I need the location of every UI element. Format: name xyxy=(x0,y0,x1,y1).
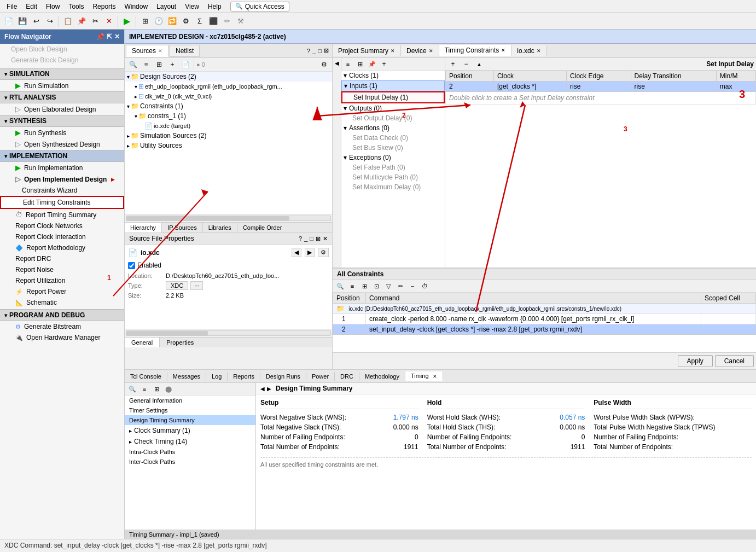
tc-clocks-node[interactable]: ▾Clocks (1) xyxy=(341,71,445,80)
cancel-btn[interactable]: Cancel xyxy=(715,355,754,367)
nav-item-report-timing-summary[interactable]: ⏱Report Timing Summary xyxy=(0,209,124,220)
menu-layout[interactable]: Layout xyxy=(152,2,181,11)
tc-set-multicycle-path-node[interactable]: Set Multicycle Path (0) xyxy=(341,172,445,182)
nav-item-report-utilization[interactable]: Report Utilization xyxy=(0,275,124,286)
nav-item-report-drc[interactable]: Report DRC xyxy=(0,253,124,264)
timing-tab-close[interactable]: ✕ xyxy=(433,374,437,379)
tc-close-icon[interactable]: ✕ xyxy=(501,48,505,53)
ac-search-btn[interactable]: 🔍 xyxy=(335,281,346,291)
ac-edit-btn[interactable]: ✏ xyxy=(395,281,406,291)
sources-max-icon[interactable]: □ xyxy=(318,48,322,54)
bottom-tab-methodology[interactable]: Methodology xyxy=(359,372,405,381)
properties-tab[interactable]: Properties xyxy=(160,338,200,347)
ac-delete-btn[interactable]: − xyxy=(407,281,418,291)
nav-close-icon[interactable]: ✕ xyxy=(114,33,120,40)
tab-timing-constraints[interactable]: Timing Constraints ✕ xyxy=(439,45,512,56)
ac-filter-btn[interactable]: ▽ xyxy=(383,281,394,291)
hint-row[interactable]: Double click to create a Set Input Delay… xyxy=(446,92,756,104)
menu-file[interactable]: File xyxy=(2,2,21,11)
tc-add-btn[interactable]: + xyxy=(379,59,389,69)
ac-expand-btn[interactable]: ⊞ xyxy=(359,281,370,291)
collapse-all-btn[interactable]: ≡ xyxy=(140,59,152,70)
tc-inputs-node[interactable]: ▾Inputs (1) xyxy=(341,80,445,91)
bottom-tab-log[interactable]: Log xyxy=(206,372,228,381)
timing-clock-summary[interactable]: ▸ Clock Summary (1) xyxy=(125,425,255,436)
tc-pin-btn[interactable]: 📌 xyxy=(367,59,377,69)
type-value-btn[interactable]: XDC xyxy=(166,281,188,290)
nav-prev-btn[interactable]: ◀ xyxy=(292,248,301,257)
nav-section-synthesis[interactable]: ▾SYNTHESIS xyxy=(0,115,124,127)
ac-collapse-btn[interactable]: ≡ xyxy=(347,281,358,291)
settings2-btn[interactable]: ⚒ xyxy=(234,15,247,27)
io-xdc-node[interactable]: 📄 io.xdc (target) xyxy=(125,121,332,131)
nav-item-edit-timing[interactable]: Edit Timing Constraints xyxy=(0,196,124,209)
tab-io-xdc[interactable]: io.xdc ✕ xyxy=(511,45,546,56)
nav-item-run-simulation[interactable]: ▶Run Simulation xyxy=(0,80,124,91)
nav-float-icon[interactable]: ⇱ xyxy=(107,33,112,40)
tc-expand-btn[interactable]: ⊞ xyxy=(354,59,365,69)
ac-group-btn[interactable]: ⊡ xyxy=(371,281,382,291)
nav-item-open-elaborated[interactable]: ▷Open Elaborated Design xyxy=(0,103,124,115)
timing-inter-clock[interactable]: Inter-Clock Paths xyxy=(125,457,255,467)
tc-set-data-check-node[interactable]: Set Data Check (0) xyxy=(341,133,445,143)
save-btn[interactable]: 💾 xyxy=(16,15,29,27)
tc-add-row-btn[interactable]: + xyxy=(447,59,458,69)
nav-section-simulation[interactable]: ▾SIMULATION xyxy=(0,68,124,80)
nav-item-report-methodology[interactable]: 🔷Report Methodology xyxy=(0,242,124,253)
props-min-icon[interactable]: _ xyxy=(304,235,307,242)
nav-item-open-block-design[interactable]: Open Block Design xyxy=(0,44,124,55)
sources-float-icon[interactable]: ⊠ xyxy=(324,47,329,54)
tab-sources[interactable]: Sources ✕ xyxy=(126,45,168,57)
nav-item-run-impl[interactable]: ▶Run Implementation xyxy=(0,162,124,173)
ip-sources-tab[interactable]: IP Sources xyxy=(162,223,203,233)
libraries-tab[interactable]: Libraries xyxy=(203,223,237,233)
nav-item-open-synthesized[interactable]: ▷Open Synthesized Design xyxy=(0,138,124,150)
copy-btn[interactable]: 📋 xyxy=(61,15,74,27)
props-close-icon[interactable]: ✕ xyxy=(323,235,328,242)
add-sources-btn[interactable]: + xyxy=(166,59,178,70)
clk-file-node[interactable]: ▸ ⊡ clk_wiz_0 (clk_wiz_0.xci) xyxy=(125,91,332,101)
hierarchy-tab[interactable]: Hierarchy xyxy=(125,223,162,233)
bottom-tab-tcl[interactable]: Tcl Console xyxy=(125,372,167,381)
nav-section-implementation[interactable]: ▾IMPLEMENTATION xyxy=(0,150,124,162)
tc-set-input-delay-node[interactable]: Set Input Delay (1) xyxy=(341,91,445,103)
ac-clock-btn[interactable]: ⏱ xyxy=(419,281,430,291)
search-sources-btn[interactable]: 🔍 xyxy=(127,59,139,70)
general-tab[interactable]: General xyxy=(125,338,160,347)
arrow-btn[interactable]: 🔁 xyxy=(166,15,179,27)
enabled-checkbox[interactable] xyxy=(128,262,135,269)
nav-item-run-synthesis[interactable]: ▶Run Synthesis xyxy=(0,127,124,138)
menu-tools[interactable]: Tools xyxy=(64,2,88,11)
bottom-tab-reports[interactable]: Reports xyxy=(228,372,260,381)
new-file-btn[interactable]: 📄 xyxy=(2,15,15,27)
refresh-btn[interactable]: 📄 xyxy=(179,59,191,70)
proj-close-icon[interactable]: ✕ xyxy=(391,48,395,54)
nav-item-generate-bitstream[interactable]: ⚙Generate Bitstream xyxy=(0,321,124,332)
gear-btn[interactable]: ⚙ xyxy=(179,15,193,27)
tc-assertions-node[interactable]: ▾Assertions (0) xyxy=(341,123,445,133)
menu-window[interactable]: Window xyxy=(120,2,152,11)
timing-collapse-btn[interactable]: ≡ xyxy=(139,384,150,394)
nav-item-report-power[interactable]: ⚡Report Power xyxy=(0,286,124,297)
nav-item-report-clock-interaction[interactable]: Report Clock Interaction xyxy=(0,231,124,242)
quick-access[interactable]: 🔍 Quick Access xyxy=(230,2,289,11)
device-close-icon[interactable]: ✕ xyxy=(429,48,433,54)
nav-section-rtl[interactable]: ▾RTL ANALYSIS xyxy=(0,91,124,103)
simulation-sources-node[interactable]: ▸ 📁 Simulation Sources (2) xyxy=(125,131,332,141)
step-btn[interactable]: ⊞ xyxy=(138,15,152,27)
props-help-icon[interactable]: ? xyxy=(299,235,302,242)
nav-item-report-noise[interactable]: Report Noise xyxy=(0,264,124,275)
tab-netlist[interactable]: Netlist xyxy=(170,45,200,57)
timing-timer-settings[interactable]: Timer Settings xyxy=(125,405,255,415)
menu-flow[interactable]: Flow xyxy=(42,2,64,11)
expand-timing-btn[interactable]: ▶ xyxy=(267,386,271,392)
props-max-icon[interactable]: □ xyxy=(310,235,313,242)
tc-outputs-node[interactable]: ▾Outputs (0) xyxy=(341,103,445,113)
tc-scroll-left[interactable]: ◀ xyxy=(333,58,341,268)
cut-btn[interactable]: ✂ xyxy=(89,15,102,27)
delete-btn[interactable]: ✕ xyxy=(102,15,115,27)
nav-item-open-hw-manager[interactable]: 🔌Open Hardware Manager xyxy=(0,332,124,343)
timing-intra-clock[interactable]: Intra-Clock Paths xyxy=(125,447,255,457)
timing-check-timing[interactable]: ▸ Check Timing (14) xyxy=(125,436,255,447)
sources-min-icon[interactable]: _ xyxy=(312,48,316,54)
